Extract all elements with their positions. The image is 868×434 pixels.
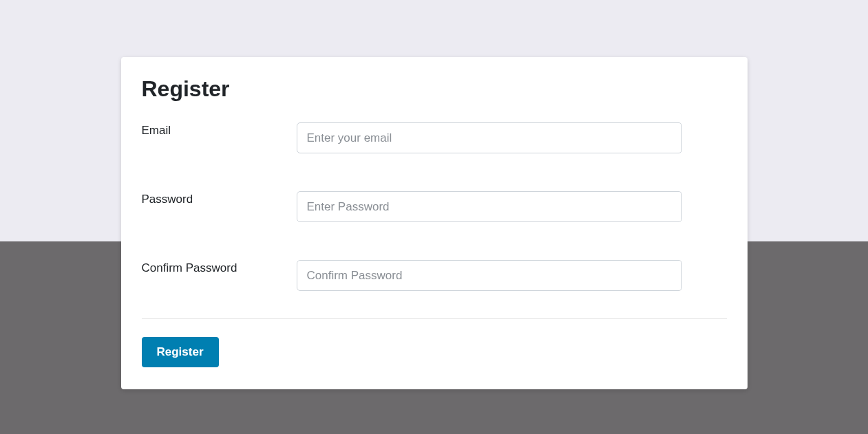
email-label: Email xyxy=(142,124,171,137)
password-label: Password xyxy=(142,193,193,206)
form-row-password: Password xyxy=(142,191,727,222)
register-button[interactable]: Register xyxy=(142,337,219,367)
form-row-email: Email xyxy=(142,122,727,153)
password-input[interactable] xyxy=(297,191,682,222)
divider xyxy=(142,318,727,319)
confirm-password-label: Confirm Password xyxy=(142,261,237,274)
register-card: Register Email Password Confirm Password… xyxy=(121,57,748,389)
form-row-confirm-password: Confirm Password xyxy=(142,260,727,291)
email-input[interactable] xyxy=(297,122,682,153)
confirm-password-input[interactable] xyxy=(297,260,682,291)
page-title: Register xyxy=(142,76,727,102)
